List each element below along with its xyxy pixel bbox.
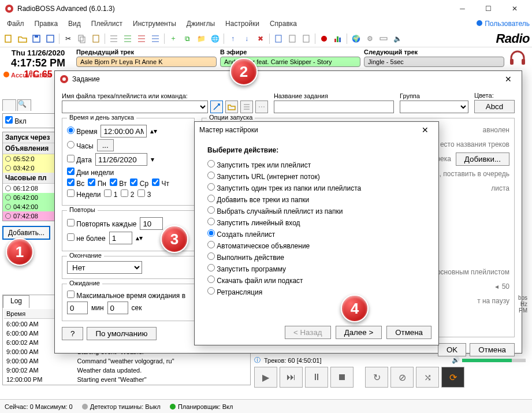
wizard-option[interactable]: Запустить линейный вход [207, 218, 431, 227]
wizard-option[interactable]: Запустить программу [207, 264, 431, 273]
task-file-input[interactable] [62, 101, 208, 113]
task-colors-button[interactable]: Abcd [474, 100, 515, 113]
tb-saveas-icon[interactable] [44, 32, 57, 45]
opt-time-radio[interactable]: Время [67, 126, 97, 136]
wizard-option[interactable]: Запустить трек или плейлист [207, 160, 431, 169]
wizard-option[interactable]: Автоматическое объявление [207, 241, 431, 250]
tb-addurl-icon[interactable]: 🌐 [209, 32, 221, 45]
tb-list1-icon[interactable] [107, 32, 120, 45]
task-list-button[interactable] [240, 101, 253, 113]
tb-new-icon[interactable] [2, 32, 15, 45]
wizard-option[interactable]: Создать плейлист [207, 229, 431, 239]
user-label[interactable]: Пользователь [477, 20, 530, 28]
play-button[interactable]: ▶ [254, 367, 277, 388]
tb-list2-icon[interactable] [121, 32, 134, 45]
day-tue[interactable]: Вт [110, 178, 127, 188]
day-thu[interactable]: Чт [152, 178, 169, 188]
no-repeat-button[interactable]: ⊘ [390, 367, 414, 388]
tb-paste-icon[interactable] [90, 32, 102, 45]
menu-edit[interactable]: Правка [30, 18, 63, 29]
task-group-select[interactable] [400, 101, 468, 113]
tb-gear-icon[interactable]: ⚙ [363, 32, 376, 45]
sched-row[interactable]: 06:12:08 [3, 184, 59, 193]
menu-settings[interactable]: Настройки [221, 18, 264, 29]
help-button[interactable]: ? [62, 327, 83, 340]
menu-help[interactable]: Справка [265, 18, 302, 29]
repeat-one-button[interactable]: ↻ [365, 367, 388, 388]
week-1[interactable]: 1 [104, 189, 117, 199]
enable-checkbox[interactable]: Вкл [5, 117, 27, 125]
tb-copy-icon[interactable] [76, 32, 88, 45]
opt-hours-radio[interactable]: Часы [67, 141, 94, 150]
tb-stats-icon[interactable] [332, 32, 344, 45]
tb-globe-icon[interactable]: 🌍 [349, 32, 362, 45]
wizard-option[interactable]: Выбрать случайный плейлист из папки [207, 206, 431, 215]
tb-list4-icon[interactable] [149, 32, 162, 45]
day-sun[interactable]: Вс [67, 178, 84, 188]
wizard-option[interactable]: Ретрансляция [207, 287, 431, 296]
wizard-close-button[interactable]: ✕ [416, 125, 434, 135]
menu-file[interactable]: Файл [2, 18, 29, 29]
repeat-every-input[interactable] [140, 217, 163, 230]
tb-addfolder-icon[interactable]: 📁 [195, 32, 207, 45]
volume-slider[interactable] [462, 359, 526, 362]
opt-date-checkbox[interactable]: Дата [67, 155, 92, 164]
day-wed[interactable]: Ср [130, 178, 148, 188]
task-cancel-button[interactable]: Отмена [470, 343, 515, 356]
sched-row[interactable]: 04:42:00 [3, 202, 59, 211]
mainpl-spinner[interactable]: ◂ [495, 280, 498, 294]
tb-page3-icon[interactable] [300, 32, 312, 45]
task-browse-button[interactable] [225, 101, 238, 113]
tb-open-icon[interactable] [16, 32, 29, 45]
dow-checkbox[interactable]: Дни недели [67, 168, 114, 177]
sched-row[interactable]: 03:42:0 [3, 163, 59, 173]
tb-add-icon[interactable]: ＋ [167, 32, 180, 45]
menu-tools[interactable]: Инструменты [128, 18, 181, 29]
wizard-cancel-button[interactable]: Отмена [386, 326, 431, 339]
tb-addlist-icon[interactable]: ⧉ [181, 32, 194, 45]
defaults-button[interactable]: По умолчанию [87, 327, 156, 340]
wizard-option[interactable]: Запустить один трек из папки или плейлис… [207, 183, 431, 192]
dobivki-button[interactable]: Добивки... [456, 152, 509, 166]
repeat-max-input[interactable] [109, 232, 132, 244]
tb-save-icon[interactable] [30, 32, 43, 45]
tb-moveup-icon[interactable]: ↑ [226, 32, 239, 45]
next-button[interactable]: ⏭ [280, 367, 303, 388]
time-spinner[interactable]: ▴▾ [150, 127, 157, 135]
tb-speaker-icon[interactable]: 🔈 [391, 32, 404, 45]
tb-switch-icon[interactable] [377, 32, 390, 45]
pause-button[interactable]: ⏸ [305, 367, 328, 388]
tb-page1-icon[interactable] [272, 32, 285, 45]
next-track-pill[interactable]: Jingle - 5sec [364, 57, 504, 67]
menu-view[interactable]: Вид [64, 18, 85, 29]
task-wizard-button[interactable] [210, 101, 223, 113]
sched-tab-2[interactable]: 🔍 [17, 99, 31, 111]
menu-playlist[interactable]: Плейлист [87, 18, 127, 29]
window-maximize-button[interactable]: ☐ [475, 0, 501, 17]
tb-movedown-icon[interactable]: ↓ [240, 32, 253, 45]
task-name-input[interactable] [274, 101, 394, 113]
repeat-every-checkbox[interactable]: Повторять каждые [67, 219, 136, 228]
tb-delete-icon[interactable]: ✖ [254, 32, 267, 45]
wizard-option[interactable]: Выполнить действие [207, 252, 431, 262]
ending-select[interactable]: Нет [67, 261, 142, 274]
loop-button[interactable]: ⟳ [441, 367, 464, 388]
wait-checkbox[interactable]: Максимальное время ожидания в [67, 291, 185, 300]
sched-row[interactable]: 05:52:0 [3, 154, 59, 163]
wizard-next-button[interactable]: Далее > [336, 326, 382, 339]
tb-list3-icon[interactable] [135, 32, 148, 45]
menu-jingles[interactable]: Джинглы [182, 18, 220, 29]
log-row[interactable]: 9:00:02 AMWeather data updated. [4, 366, 249, 374]
tb-page2-icon[interactable] [286, 32, 299, 45]
log-row[interactable]: 12:00:00 PMStarting event "Weather" [4, 375, 249, 384]
repeat-max-spinner[interactable]: ▴▾ [136, 234, 143, 242]
tb-cut-icon[interactable]: ✂ [62, 32, 75, 45]
window-minimize-button[interactable]: ─ [449, 0, 475, 17]
prev-track-pill[interactable]: Asle Bjorn Pr Leya Ft Anne K [76, 57, 217, 67]
week-3[interactable]: 3 [137, 189, 151, 199]
stop-button[interactable]: ⏹ [330, 367, 354, 388]
date-input[interactable] [95, 153, 147, 166]
weeks-checkbox[interactable]: Недели [67, 189, 101, 199]
window-close-button[interactable]: ✕ [501, 0, 527, 17]
wizard-option[interactable]: Добавить все треки из папки [207, 195, 431, 204]
